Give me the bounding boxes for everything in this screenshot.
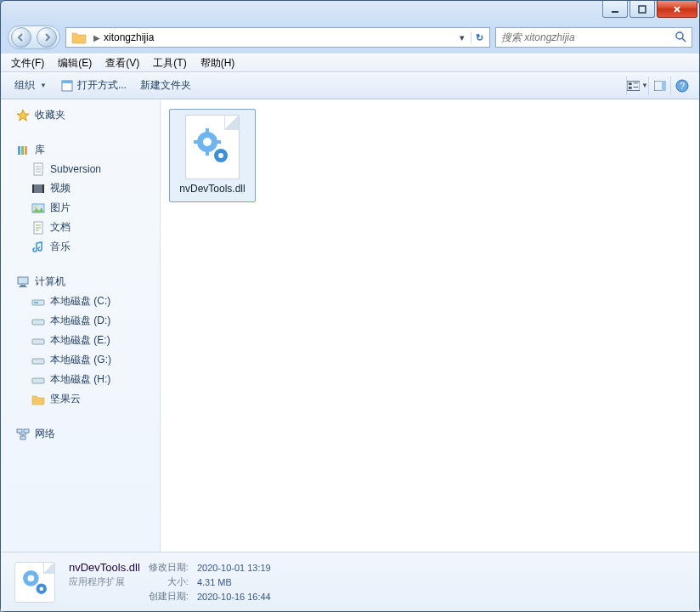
svg-point-37 — [203, 138, 212, 146]
svg-rect-19 — [32, 184, 34, 193]
refresh-button[interactable]: ↻ — [471, 32, 488, 43]
maximize-button[interactable] — [629, 1, 655, 18]
sidebar-favorites[interactable]: 收藏夹 — [1, 105, 160, 125]
open-with-button[interactable]: 打开方式... — [54, 76, 133, 95]
menu-view[interactable]: 查看(V) — [99, 54, 146, 72]
sidebar-drive-d[interactable]: 本地磁盘 (D:) — [1, 311, 160, 331]
svg-rect-18 — [32, 184, 44, 193]
star-icon — [16, 109, 30, 122]
search-box[interactable] — [495, 27, 692, 48]
svg-rect-5 — [627, 81, 640, 90]
view-mode-button[interactable]: ▼ — [626, 76, 648, 95]
svg-rect-11 — [662, 81, 666, 91]
details-create-value: 2020-10-16 16:44 — [197, 592, 271, 602]
menu-edit[interactable]: 编辑(E) — [51, 54, 99, 72]
new-folder-button[interactable]: 新建文件夹 — [133, 76, 198, 95]
help-button[interactable]: ? — [670, 76, 692, 95]
svg-rect-28 — [34, 302, 38, 303]
details-size-value: 4.31 MB — [197, 577, 271, 587]
drive-icon — [31, 314, 45, 328]
sidebar-drive-e[interactable]: 本地磁盘 (E:) — [1, 331, 160, 350]
sidebar: 收藏夹 库 Subversion 视频 图片 — [1, 100, 161, 552]
sidebar-nutstore[interactable]: 坚果云 — [1, 389, 160, 409]
details-pane: nvDevTools.dll 修改日期: 2020-10-01 13:19 应用… — [1, 552, 699, 611]
sidebar-item-subversion[interactable]: Subversion — [1, 160, 160, 178]
preview-pane-button[interactable] — [648, 76, 670, 95]
pictures-icon — [31, 201, 45, 215]
svg-point-2 — [676, 32, 683, 39]
svg-rect-14 — [18, 146, 20, 155]
details-icon — [14, 562, 55, 603]
details-size-label: 大小: — [149, 575, 189, 588]
titlebar — [1, 1, 699, 25]
svg-rect-25 — [20, 285, 25, 286]
file-item[interactable]: nvDevTools.dll — [169, 109, 256, 202]
explorer-window: ▶ xitongzhijia ▾ ↻ 文件(F) 编辑(E) 查看(V) 工具(… — [0, 0, 700, 612]
svg-rect-24 — [18, 277, 28, 284]
computer-icon — [16, 275, 30, 289]
svg-rect-40 — [194, 140, 199, 144]
search-icon[interactable] — [675, 31, 686, 45]
file-list[interactable]: nvDevTools.dll — [161, 100, 699, 552]
drive-icon — [31, 354, 45, 367]
forward-button[interactable] — [37, 27, 57, 48]
sidebar-computer[interactable]: 计算机 — [1, 272, 160, 292]
close-button[interactable] — [657, 1, 697, 18]
nav-row: ▶ xitongzhijia ▾ ↻ — [1, 25, 699, 54]
drive-icon — [31, 373, 45, 387]
sidebar-item-video[interactable]: 视频 — [1, 178, 160, 198]
file-name: nvDevTools.dll — [179, 183, 245, 195]
details-mod-value: 2020-10-01 13:19 — [197, 563, 271, 573]
sidebar-drive-g[interactable]: 本地磁盘 (G:) — [1, 350, 160, 370]
open-with-icon — [60, 79, 74, 93]
organize-button[interactable]: 组织▼ — [8, 76, 54, 95]
explorer-body: 收藏夹 库 Subversion 视频 图片 — [1, 99, 699, 552]
sidebar-drive-h[interactable]: 本地磁盘 (H:) — [1, 370, 160, 389]
nav-back-forward — [8, 26, 60, 49]
svg-rect-35 — [20, 436, 25, 439]
svg-rect-26 — [19, 286, 27, 287]
sidebar-network[interactable]: 网络 — [1, 424, 160, 444]
svg-rect-16 — [25, 146, 27, 155]
sidebar-item-pictures[interactable]: 图片 — [1, 198, 160, 218]
svg-rect-7 — [629, 86, 632, 88]
svg-rect-4 — [62, 81, 72, 83]
document-icon — [31, 162, 45, 176]
menu-file[interactable]: 文件(F) — [4, 54, 51, 72]
sidebar-drive-c[interactable]: 本地磁盘 (C:) — [1, 292, 160, 311]
svg-rect-34 — [24, 429, 29, 433]
file-thumbnail — [185, 115, 240, 179]
gear-icon — [20, 568, 49, 597]
search-input[interactable] — [501, 31, 675, 43]
sidebar-libraries[interactable]: 库 — [1, 140, 160, 160]
menu-tools[interactable]: 工具(T) — [146, 54, 193, 72]
menu-help[interactable]: 帮助(H) — [194, 54, 242, 72]
sidebar-item-music[interactable]: 音乐 — [1, 237, 160, 257]
address-path: xitongzhijia — [104, 31, 454, 43]
sidebar-network-group: 网络 — [1, 424, 160, 444]
menubar: 文件(F) 编辑(E) 查看(V) 工具(T) 帮助(H) — [1, 54, 699, 72]
svg-rect-9 — [634, 86, 639, 87]
documents-icon — [31, 221, 45, 235]
drive-icon — [31, 334, 45, 348]
svg-text:?: ? — [679, 81, 684, 91]
svg-rect-15 — [21, 146, 24, 155]
folder-icon — [31, 393, 45, 406]
svg-rect-0 — [612, 11, 618, 13]
details-create-label: 创建日期: — [149, 590, 189, 603]
details-filetype: 应用程序扩展 — [69, 575, 140, 588]
svg-rect-6 — [629, 82, 632, 85]
address-bar[interactable]: ▶ xitongzhijia ▾ ↻ — [65, 27, 490, 48]
address-dropdown[interactable]: ▾ — [454, 32, 471, 43]
back-button[interactable] — [11, 27, 31, 48]
sidebar-libraries-group: 库 Subversion 视频 图片 文档 — [1, 140, 160, 257]
svg-rect-39 — [206, 150, 209, 156]
sidebar-favorites-group: 收藏夹 — [1, 105, 160, 125]
sidebar-item-documents[interactable]: 文档 — [1, 218, 160, 237]
network-icon — [16, 428, 30, 441]
svg-rect-30 — [32, 339, 44, 344]
svg-rect-31 — [32, 359, 44, 364]
svg-point-43 — [218, 153, 223, 158]
svg-rect-29 — [32, 320, 44, 325]
minimize-button[interactable] — [602, 1, 628, 18]
